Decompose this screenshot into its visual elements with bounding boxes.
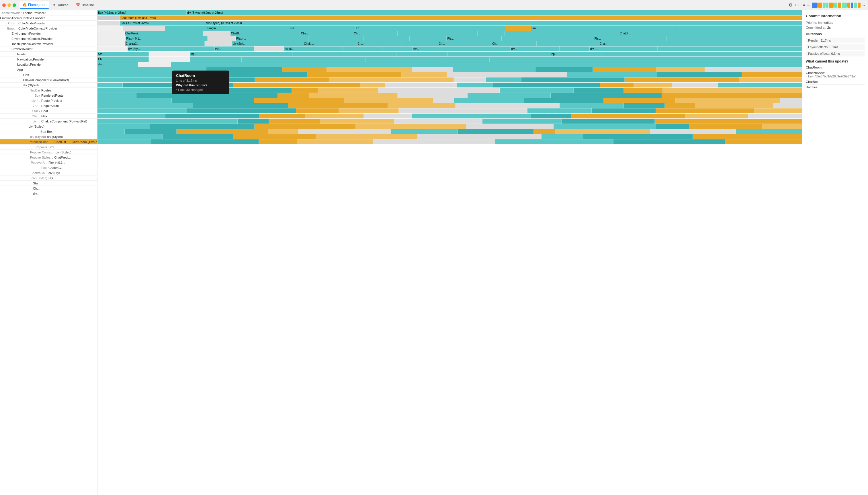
flame-bar-deep[interactable] <box>650 129 736 134</box>
flame-bar-deep[interactable] <box>486 78 521 82</box>
flame-bar-deep[interactable] <box>656 67 705 72</box>
flame-bar-deep[interactable] <box>305 114 364 118</box>
flame-bar-deep[interactable] <box>309 93 397 98</box>
flame-bar[interactable] <box>149 57 190 62</box>
commit-block-10[interactable] <box>854 3 857 8</box>
flame-bar-deep[interactable] <box>560 103 624 108</box>
flame-bar-deep[interactable] <box>521 78 625 82</box>
flame-bar-deep[interactable] <box>665 103 695 108</box>
flame-bar-deep[interactable] <box>458 129 534 134</box>
commit-block-0[interactable] <box>812 3 817 8</box>
flame-bar-deep[interactable] <box>378 88 500 92</box>
tree-row[interactable]: EnvironmentContext.Provider <box>0 36 97 41</box>
flame-bar-deep[interactable] <box>360 83 386 87</box>
flame-bar-deep[interactable] <box>228 78 255 82</box>
flame-bar-deep[interactable] <box>193 103 288 108</box>
flame-bar-deep[interactable] <box>453 67 535 72</box>
flame-bar[interactable] <box>242 57 293 62</box>
flame-bar[interactable] <box>670 41 802 46</box>
tab-timeline[interactable]: 📅 Timeline <box>72 2 97 8</box>
flame-bar-deep[interactable] <box>356 124 466 129</box>
flame-bar[interactable]: Fra... <box>289 26 355 31</box>
maximize-button[interactable] <box>13 3 16 7</box>
tree-row[interactable]: ChakraComponent (ForwardRef) <box>0 78 97 83</box>
flame-bar-deep[interactable] <box>151 139 259 144</box>
flame-bar-deep[interactable] <box>296 108 339 113</box>
flame-bar[interactable] <box>402 41 438 46</box>
flame-bar-deep[interactable] <box>583 134 693 139</box>
flame-bar[interactable]: Ch... <box>353 31 397 36</box>
flame-bar-deep[interactable] <box>298 129 391 134</box>
flame-bar[interactable]: Fra... <box>531 26 597 31</box>
gear-button[interactable]: ⚙ <box>787 1 794 9</box>
flame-bar-deep[interactable] <box>718 83 802 87</box>
flame-bar[interactable] <box>658 47 802 51</box>
flame-bar[interactable] <box>98 16 120 20</box>
flame-bar-deep[interactable] <box>739 78 802 82</box>
flame-bar[interactable] <box>679 26 802 31</box>
flame-bar[interactable]: div (Styl... <box>127 47 215 51</box>
flame-bar[interactable] <box>667 36 802 41</box>
tree-row[interactable]: Navigation.Provider <box>0 57 97 62</box>
flame-bar[interactable] <box>478 31 505 36</box>
commit-block-9[interactable] <box>851 3 853 8</box>
flame-bar-deep[interactable] <box>742 72 802 77</box>
flame-bar-deep[interactable] <box>254 124 356 129</box>
flame-bar-deep[interactable] <box>562 119 655 124</box>
tree-row[interactable]: div (Styled) <box>0 124 97 129</box>
flame-bar-deep[interactable] <box>98 83 123 87</box>
flame-bar-deep[interactable] <box>555 129 650 134</box>
flame-bar-deep[interactable] <box>572 114 686 118</box>
flame-bar-deep[interactable] <box>233 83 360 87</box>
commit-block-11[interactable] <box>858 3 861 8</box>
flame-bar-deep[interactable] <box>625 78 739 82</box>
flame-bar-deep[interactable] <box>624 103 665 108</box>
flame-bar[interactable] <box>254 47 284 51</box>
flame-bar-deep[interactable] <box>125 129 177 134</box>
flame-bar-deep[interactable] <box>656 108 755 113</box>
flame-bar-deep[interactable] <box>593 67 656 72</box>
flame-bar[interactable] <box>448 52 489 56</box>
flame-bar[interactable] <box>366 57 397 62</box>
flame-bar-deep[interactable] <box>542 134 583 139</box>
flame-bar-deep[interactable] <box>454 98 524 103</box>
flame-bar-deep[interactable] <box>466 124 553 129</box>
flame-bar-deep[interactable] <box>292 88 318 92</box>
flame-bar[interactable] <box>397 31 442 36</box>
flame-bar[interactable]: div ... <box>590 47 658 51</box>
flame-bar[interactable] <box>505 26 531 31</box>
flame-bar[interactable] <box>324 52 365 56</box>
flame-bar-deep[interactable] <box>98 134 162 139</box>
flame-bar[interactable] <box>149 52 190 56</box>
tree-row[interactable]: EmotionThemeContext.Provider <box>0 16 97 21</box>
flame-bar-deep[interactable] <box>657 72 742 77</box>
tree-row[interactable]: Sta... <box>0 181 97 186</box>
flame-bar[interactable] <box>551 57 802 62</box>
flame-bar[interactable] <box>293 52 324 56</box>
flame-bar-deep[interactable] <box>172 98 254 103</box>
flame-bar[interactable] <box>241 52 293 56</box>
flame-bar-deep[interactable] <box>454 78 486 82</box>
tab-flamegraph[interactable]: 🔥 Flamegraph <box>19 1 49 8</box>
flame-bar[interactable] <box>98 41 125 46</box>
commit-block-2[interactable] <box>823 3 826 8</box>
flame-bar[interactable]: Cha... <box>300 31 353 36</box>
flame-bar[interactable] <box>530 36 594 41</box>
flame-bar-deep[interactable] <box>327 67 412 72</box>
flame-bar-deep[interactable] <box>98 67 207 72</box>
tree-row[interactable]: div (Styled)div (Styled) <box>0 134 97 139</box>
flame-bar[interactable] <box>442 31 478 36</box>
flame-bar[interactable] <box>597 26 679 31</box>
flame-bar[interactable] <box>138 62 171 67</box>
tree-row[interactable]: PopoverA...Flex (<0.1... <box>0 160 97 165</box>
flame-bar-deep[interactable] <box>693 134 802 139</box>
commit-block-6[interactable] <box>838 3 841 8</box>
flame-bar-deep[interactable] <box>433 98 454 103</box>
flame-bar[interactable] <box>205 41 232 46</box>
flame-bar[interactable]: Fr... <box>355 26 397 31</box>
flame-bar[interactable] <box>308 36 364 41</box>
flame-bar[interactable] <box>397 26 463 31</box>
flame-bar-deep[interactable] <box>535 67 593 72</box>
flame-bar[interactable] <box>364 36 410 41</box>
tree-row[interactable]: NavBarRoutes <box>0 88 97 93</box>
